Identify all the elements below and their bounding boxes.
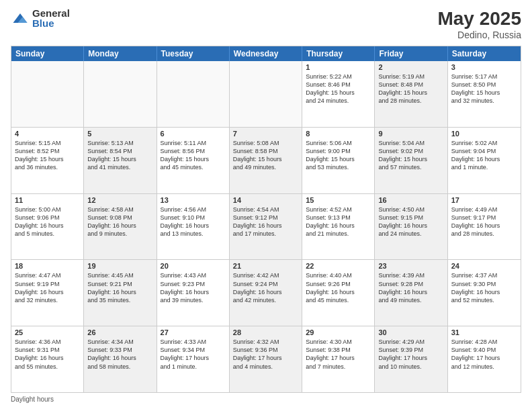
cell-info: Sunrise: 4:40 AM Sunset: 9:26 PM Dayligh…: [306, 271, 371, 304]
cal-week-3: 11Sunrise: 5:00 AM Sunset: 9:06 PM Dayli…: [11, 193, 521, 260]
day-number: 24: [451, 262, 517, 270]
cal-cell: [157, 61, 230, 127]
day-number: 28: [233, 328, 298, 336]
cell-info: Sunrise: 5:04 AM Sunset: 9:02 PM Dayligh…: [378, 139, 443, 172]
cal-cell: 17Sunrise: 4:49 AM Sunset: 9:17 PM Dayli…: [448, 194, 521, 260]
cal-cell: 19Sunrise: 4:45 AM Sunset: 9:21 PM Dayli…: [84, 260, 157, 326]
cal-cell: 7Sunrise: 5:08 AM Sunset: 8:58 PM Daylig…: [230, 128, 302, 193]
cell-info: Sunrise: 5:00 AM Sunset: 9:06 PM Dayligh…: [15, 205, 80, 238]
day-number: 22: [306, 262, 371, 270]
cal-cell: 3Sunrise: 5:17 AM Sunset: 8:50 PM Daylig…: [448, 61, 521, 127]
cal-cell: 28Sunrise: 4:32 AM Sunset: 9:36 PM Dayli…: [230, 326, 302, 392]
day-number: 2: [378, 63, 443, 71]
day-number: 4: [15, 130, 80, 138]
cal-cell: 29Sunrise: 4:30 AM Sunset: 9:38 PM Dayli…: [302, 326, 375, 392]
cal-header-monday: Monday: [84, 46, 157, 61]
day-number: 31: [451, 328, 517, 336]
day-number: 7: [233, 130, 298, 138]
cal-cell: 9Sunrise: 5:04 AM Sunset: 9:02 PM Daylig…: [375, 128, 447, 193]
cell-info: Sunrise: 4:43 AM Sunset: 9:23 PM Dayligh…: [161, 271, 226, 304]
logo-general-text: General: [32, 8, 70, 18]
title-month: May 2025: [437, 8, 521, 30]
day-number: 12: [87, 196, 152, 204]
logo-blue-text: Blue: [32, 18, 70, 28]
cal-cell: 31Sunrise: 4:28 AM Sunset: 9:40 PM Dayli…: [448, 326, 521, 392]
cell-info: Sunrise: 4:39 AM Sunset: 9:28 PM Dayligh…: [378, 271, 443, 304]
day-number: 1: [306, 63, 371, 71]
cell-info: Sunrise: 5:17 AM Sunset: 8:50 PM Dayligh…: [451, 73, 517, 105]
logo: General Blue: [11, 8, 70, 28]
day-number: 3: [451, 63, 517, 71]
cell-info: Sunrise: 4:34 AM Sunset: 9:33 PM Dayligh…: [87, 338, 152, 371]
cal-header-wednesday: Wednesday: [230, 46, 302, 61]
cal-cell: 15Sunrise: 4:52 AM Sunset: 9:13 PM Dayli…: [302, 194, 375, 260]
cal-cell: 23Sunrise: 4:39 AM Sunset: 9:28 PM Dayli…: [375, 260, 447, 326]
cal-cell: 14Sunrise: 4:54 AM Sunset: 9:12 PM Dayli…: [230, 194, 302, 260]
cal-cell: 26Sunrise: 4:34 AM Sunset: 9:33 PM Dayli…: [84, 326, 157, 392]
calendar-header-row: SundayMondayTuesdayWednesdayThursdayFrid…: [11, 46, 521, 61]
cal-header-sunday: Sunday: [11, 46, 84, 61]
cal-cell: 8Sunrise: 5:06 AM Sunset: 9:00 PM Daylig…: [302, 128, 375, 193]
cal-cell: 30Sunrise: 4:29 AM Sunset: 9:39 PM Dayli…: [375, 326, 447, 392]
cal-cell: [230, 61, 302, 127]
cal-header-tuesday: Tuesday: [157, 46, 230, 61]
day-number: 19: [87, 262, 152, 270]
day-number: 25: [15, 328, 80, 336]
cell-info: Sunrise: 4:30 AM Sunset: 9:38 PM Dayligh…: [306, 338, 371, 371]
cell-info: Sunrise: 5:11 AM Sunset: 8:56 PM Dayligh…: [161, 139, 226, 172]
cell-info: Sunrise: 4:50 AM Sunset: 9:15 PM Dayligh…: [378, 205, 443, 238]
cal-cell: 22Sunrise: 4:40 AM Sunset: 9:26 PM Dayli…: [302, 260, 375, 326]
cell-info: Sunrise: 4:29 AM Sunset: 9:39 PM Dayligh…: [378, 338, 443, 371]
cal-cell: 16Sunrise: 4:50 AM Sunset: 9:15 PM Dayli…: [375, 194, 447, 260]
day-number: 26: [87, 328, 152, 336]
calendar-body: 1Sunrise: 5:22 AM Sunset: 8:46 PM Daylig…: [11, 61, 521, 392]
cal-header-friday: Friday: [375, 46, 447, 61]
calendar: SundayMondayTuesdayWednesdayThursdayFrid…: [11, 46, 521, 393]
day-number: 27: [161, 328, 226, 336]
cell-info: Sunrise: 5:02 AM Sunset: 9:04 PM Dayligh…: [451, 139, 517, 172]
day-number: 20: [161, 262, 226, 270]
title-location: Dedino, Russia: [437, 30, 521, 40]
cell-info: Sunrise: 4:33 AM Sunset: 9:34 PM Dayligh…: [161, 338, 226, 371]
cell-info: Sunrise: 4:58 AM Sunset: 9:08 PM Dayligh…: [87, 205, 152, 238]
day-number: 29: [306, 328, 371, 336]
cal-cell: 21Sunrise: 4:42 AM Sunset: 9:24 PM Dayli…: [230, 260, 302, 326]
day-number: 16: [378, 196, 443, 204]
day-number: 14: [233, 196, 298, 204]
day-number: 13: [161, 196, 226, 204]
day-number: 11: [15, 196, 80, 204]
page: General Blue May 2025 Dedino, Russia Sun…: [0, 0, 532, 411]
day-number: 17: [451, 196, 517, 204]
cell-info: Sunrise: 4:45 AM Sunset: 9:21 PM Dayligh…: [87, 271, 152, 304]
footer-note: Daylight hours: [11, 396, 521, 403]
cal-cell: 1Sunrise: 5:22 AM Sunset: 8:46 PM Daylig…: [302, 61, 375, 127]
cal-cell: 25Sunrise: 4:36 AM Sunset: 9:31 PM Dayli…: [11, 326, 84, 392]
day-number: 18: [15, 262, 80, 270]
cal-cell: [84, 61, 157, 127]
cell-info: Sunrise: 4:32 AM Sunset: 9:36 PM Dayligh…: [233, 338, 298, 371]
day-number: 15: [306, 196, 371, 204]
logo-text: General Blue: [32, 8, 70, 28]
title-block: May 2025 Dedino, Russia: [437, 8, 521, 40]
cal-cell: 20Sunrise: 4:43 AM Sunset: 9:23 PM Dayli…: [157, 260, 230, 326]
cal-header-saturday: Saturday: [448, 46, 521, 61]
cal-cell: 2Sunrise: 5:19 AM Sunset: 8:48 PM Daylig…: [375, 61, 447, 127]
cal-header-thursday: Thursday: [302, 46, 375, 61]
cell-info: Sunrise: 4:49 AM Sunset: 9:17 PM Dayligh…: [451, 205, 517, 238]
cal-week-1: 1Sunrise: 5:22 AM Sunset: 8:46 PM Daylig…: [11, 61, 521, 127]
cal-cell: 6Sunrise: 5:11 AM Sunset: 8:56 PM Daylig…: [157, 128, 230, 193]
day-number: 8: [306, 130, 371, 138]
cell-info: Sunrise: 5:19 AM Sunset: 8:48 PM Dayligh…: [378, 73, 443, 105]
cell-info: Sunrise: 5:15 AM Sunset: 8:52 PM Dayligh…: [15, 139, 80, 172]
cell-info: Sunrise: 5:08 AM Sunset: 8:58 PM Dayligh…: [233, 139, 298, 172]
cal-cell: 13Sunrise: 4:56 AM Sunset: 9:10 PM Dayli…: [157, 194, 230, 260]
cal-cell: [11, 61, 84, 127]
cal-cell: 10Sunrise: 5:02 AM Sunset: 9:04 PM Dayli…: [448, 128, 521, 193]
cal-cell: 18Sunrise: 4:47 AM Sunset: 9:19 PM Dayli…: [11, 260, 84, 326]
cell-info: Sunrise: 4:42 AM Sunset: 9:24 PM Dayligh…: [233, 271, 298, 304]
cal-week-5: 25Sunrise: 4:36 AM Sunset: 9:31 PM Dayli…: [11, 326, 521, 392]
day-number: 5: [87, 130, 152, 138]
day-number: 21: [233, 262, 298, 270]
cell-info: Sunrise: 5:22 AM Sunset: 8:46 PM Dayligh…: [306, 73, 371, 105]
cell-info: Sunrise: 4:36 AM Sunset: 9:31 PM Dayligh…: [15, 338, 80, 371]
